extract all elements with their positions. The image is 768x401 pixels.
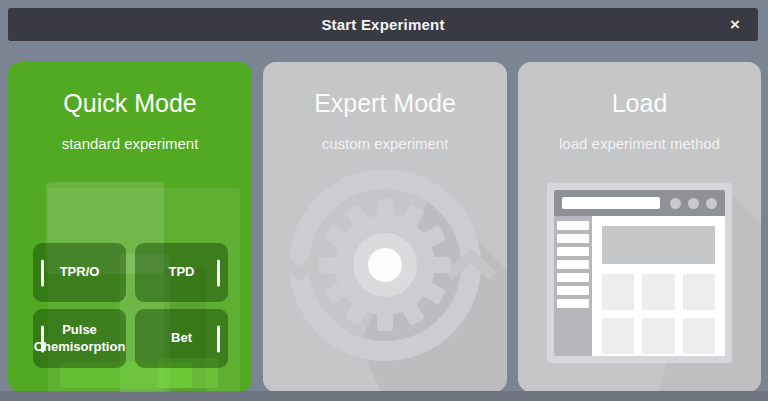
expert-mode-title: Expert Mode xyxy=(263,89,507,118)
quick-mode-button-grid: TPR/O TPD Pulse Chemisorption Bet xyxy=(33,243,228,368)
tpd-button[interactable]: TPD xyxy=(135,243,228,302)
tpd-button-label: TPD xyxy=(169,264,195,280)
tpro-button[interactable]: TPR/O xyxy=(33,243,126,302)
browser-buttons xyxy=(670,198,717,209)
dialog-header: Start Experiment × xyxy=(8,8,758,41)
button-accent-bar xyxy=(41,325,44,352)
button-accent-bar xyxy=(217,259,220,286)
browser-banner xyxy=(602,226,715,264)
dialog-title: Start Experiment xyxy=(321,16,444,33)
card-quick-mode[interactable]: Quick Mode standard experiment TPR/O TPD… xyxy=(8,62,252,392)
browser-titlebar xyxy=(554,190,725,216)
tpro-button-label: TPR/O xyxy=(60,264,100,280)
browser-address-bar xyxy=(562,197,660,209)
load-subtitle: load experiment method xyxy=(518,135,761,152)
expert-mode-subtitle: custom experiment xyxy=(263,135,507,152)
browser-content xyxy=(592,216,725,356)
bet-button[interactable]: Bet xyxy=(135,309,228,368)
card-expert-mode[interactable]: Expert Mode custom experiment xyxy=(263,62,507,392)
quick-mode-title: Quick Mode xyxy=(8,89,252,118)
button-accent-bar xyxy=(41,259,44,286)
quick-mode-subtitle: standard experiment xyxy=(8,135,252,152)
card-load[interactable]: Load load experiment method xyxy=(518,62,761,392)
pulse-chemisorption-button[interactable]: Pulse Chemisorption xyxy=(33,309,126,368)
browser-window-icon xyxy=(547,183,732,363)
bet-button-label: Bet xyxy=(171,330,192,346)
load-title: Load xyxy=(518,89,761,118)
pulse-chemisorption-button-label: Pulse Chemisorption xyxy=(34,322,126,355)
button-accent-bar xyxy=(217,325,220,352)
browser-sidebar xyxy=(554,216,592,356)
close-icon[interactable]: × xyxy=(730,8,740,41)
window-bottom-edge xyxy=(0,391,768,401)
